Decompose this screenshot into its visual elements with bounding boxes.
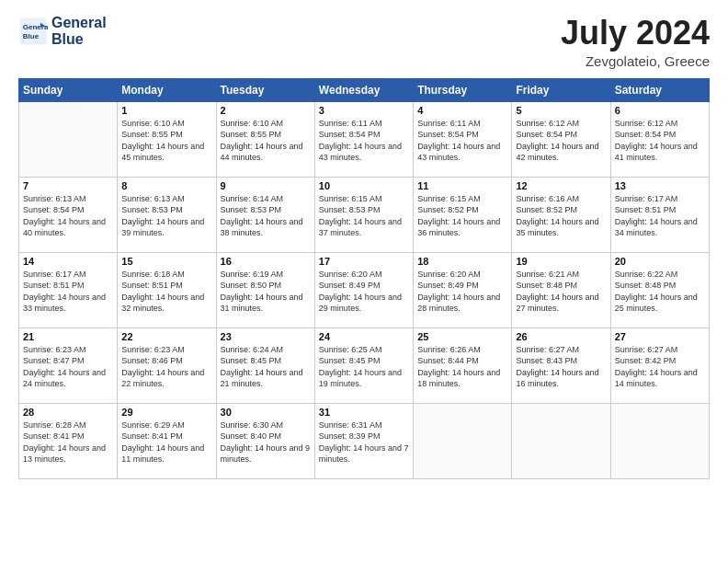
day-number: 15	[121, 256, 211, 267]
day-cell: 17 Sunrise: 6:20 AMSunset: 8:49 PMDaylig…	[314, 252, 413, 327]
logo-text: General Blue	[51, 15, 107, 47]
day-cell: 21 Sunrise: 6:23 AMSunset: 8:47 PMDaylig…	[19, 327, 118, 403]
day-number: 23	[221, 331, 311, 342]
day-number: 12	[516, 180, 606, 191]
day-info: Sunrise: 6:17 AMSunset: 8:51 PMDaylight:…	[23, 269, 113, 315]
day-info: Sunrise: 6:10 AMSunset: 8:55 PMDaylight:…	[121, 118, 211, 164]
day-number: 21	[23, 331, 113, 342]
day-info: Sunrise: 6:17 AMSunset: 8:51 PMDaylight:…	[615, 193, 705, 239]
day-number: 16	[221, 256, 311, 267]
week-row-2: 7 Sunrise: 6:13 AMSunset: 8:54 PMDayligh…	[19, 177, 710, 252]
day-info: Sunrise: 6:11 AMSunset: 8:54 PMDaylight:…	[417, 118, 507, 164]
day-info: Sunrise: 6:20 AMSunset: 8:49 PMDaylight:…	[417, 269, 507, 315]
day-cell: 12 Sunrise: 6:16 AMSunset: 8:52 PMDaylig…	[512, 177, 610, 252]
day-info: Sunrise: 6:28 AMSunset: 8:41 PMDaylight:…	[23, 419, 113, 465]
col-monday: Monday	[118, 78, 216, 101]
day-info: Sunrise: 6:27 AMSunset: 8:42 PMDaylight:…	[615, 344, 705, 390]
day-number: 13	[615, 180, 705, 191]
day-number: 22	[121, 331, 211, 342]
day-cell: 31 Sunrise: 6:31 AMSunset: 8:39 PMDaylig…	[314, 403, 413, 478]
day-cell: 20 Sunrise: 6:22 AMSunset: 8:48 PMDaylig…	[610, 252, 709, 327]
title-area: July 2024 Zevgolateio, Greece	[561, 15, 710, 69]
day-cell: 13 Sunrise: 6:17 AMSunset: 8:51 PMDaylig…	[610, 177, 709, 252]
day-number: 9	[221, 180, 311, 191]
day-cell: 9 Sunrise: 6:14 AMSunset: 8:53 PMDayligh…	[216, 177, 314, 252]
day-cell: 5 Sunrise: 6:12 AMSunset: 8:54 PMDayligh…	[512, 101, 610, 177]
day-info: Sunrise: 6:12 AMSunset: 8:54 PMDaylight:…	[516, 118, 606, 164]
day-info: Sunrise: 6:13 AMSunset: 8:54 PMDaylight:…	[23, 193, 113, 239]
day-cell: 11 Sunrise: 6:15 AMSunset: 8:52 PMDaylig…	[414, 177, 512, 252]
day-number: 7	[23, 180, 113, 191]
col-friday: Friday	[512, 78, 610, 101]
day-info: Sunrise: 6:12 AMSunset: 8:54 PMDaylight:…	[615, 118, 705, 164]
day-info: Sunrise: 6:25 AMSunset: 8:45 PMDaylight:…	[319, 344, 409, 390]
day-number: 31	[319, 407, 409, 418]
day-info: Sunrise: 6:30 AMSunset: 8:40 PMDaylight:…	[221, 419, 311, 465]
day-cell: 23 Sunrise: 6:24 AMSunset: 8:45 PMDaylig…	[216, 327, 314, 403]
day-cell: 25 Sunrise: 6:26 AMSunset: 8:44 PMDaylig…	[414, 327, 512, 403]
day-number: 25	[417, 331, 507, 342]
day-info: Sunrise: 6:24 AMSunset: 8:45 PMDaylight:…	[221, 344, 311, 390]
day-number: 14	[23, 256, 113, 267]
day-info: Sunrise: 6:31 AMSunset: 8:39 PMDaylight:…	[319, 419, 409, 465]
day-cell: 28 Sunrise: 6:28 AMSunset: 8:41 PMDaylig…	[19, 403, 118, 478]
day-cell: 4 Sunrise: 6:11 AMSunset: 8:54 PMDayligh…	[414, 101, 512, 177]
calendar-table: Sunday Monday Tuesday Wednesday Thursday…	[18, 78, 710, 479]
day-number: 20	[615, 256, 705, 267]
day-number: 19	[516, 256, 606, 267]
day-number: 1	[121, 105, 211, 116]
day-cell	[19, 101, 118, 177]
day-cell: 16 Sunrise: 6:19 AMSunset: 8:50 PMDaylig…	[216, 252, 314, 327]
day-number: 24	[319, 331, 409, 342]
day-cell: 15 Sunrise: 6:18 AMSunset: 8:51 PMDaylig…	[118, 252, 216, 327]
week-row-3: 14 Sunrise: 6:17 AMSunset: 8:51 PMDaylig…	[19, 252, 710, 327]
day-number: 10	[319, 180, 409, 191]
day-cell: 7 Sunrise: 6:13 AMSunset: 8:54 PMDayligh…	[19, 177, 118, 252]
page: General Blue General Blue July 2024 Zevg…	[0, 0, 728, 563]
day-info: Sunrise: 6:19 AMSunset: 8:50 PMDaylight:…	[221, 269, 311, 315]
day-number: 8	[121, 180, 211, 191]
day-info: Sunrise: 6:18 AMSunset: 8:51 PMDaylight:…	[121, 269, 211, 315]
day-number: 27	[615, 331, 705, 342]
day-info: Sunrise: 6:15 AMSunset: 8:52 PMDaylight:…	[417, 193, 507, 239]
day-number: 18	[417, 256, 507, 267]
day-cell: 2 Sunrise: 6:10 AMSunset: 8:55 PMDayligh…	[216, 101, 314, 177]
day-cell: 8 Sunrise: 6:13 AMSunset: 8:53 PMDayligh…	[118, 177, 216, 252]
day-cell	[610, 403, 709, 478]
col-sunday: Sunday	[19, 78, 118, 101]
day-cell	[414, 403, 512, 478]
day-cell: 10 Sunrise: 6:15 AMSunset: 8:53 PMDaylig…	[314, 177, 413, 252]
day-cell: 27 Sunrise: 6:27 AMSunset: 8:42 PMDaylig…	[610, 327, 709, 403]
header: General Blue General Blue July 2024 Zevg…	[18, 15, 710, 69]
day-number: 30	[221, 407, 311, 418]
day-cell	[512, 403, 610, 478]
day-number: 26	[516, 331, 606, 342]
day-number: 29	[121, 407, 211, 418]
day-number: 11	[417, 180, 507, 191]
day-number: 4	[417, 105, 507, 116]
day-cell: 29 Sunrise: 6:29 AMSunset: 8:41 PMDaylig…	[118, 403, 216, 478]
day-info: Sunrise: 6:13 AMSunset: 8:53 PMDaylight:…	[121, 193, 211, 239]
logo-icon: General Blue	[18, 17, 48, 46]
day-number: 28	[23, 407, 113, 418]
day-cell: 22 Sunrise: 6:23 AMSunset: 8:46 PMDaylig…	[118, 327, 216, 403]
day-cell: 1 Sunrise: 6:10 AMSunset: 8:55 PMDayligh…	[118, 101, 216, 177]
week-row-1: 1 Sunrise: 6:10 AMSunset: 8:55 PMDayligh…	[19, 101, 710, 177]
day-number: 6	[615, 105, 705, 116]
day-info: Sunrise: 6:29 AMSunset: 8:41 PMDaylight:…	[121, 419, 211, 465]
svg-text:General: General	[23, 23, 48, 31]
day-cell: 18 Sunrise: 6:20 AMSunset: 8:49 PMDaylig…	[414, 252, 512, 327]
day-info: Sunrise: 6:20 AMSunset: 8:49 PMDaylight:…	[319, 269, 409, 315]
day-info: Sunrise: 6:23 AMSunset: 8:47 PMDaylight:…	[23, 344, 113, 390]
day-cell: 24 Sunrise: 6:25 AMSunset: 8:45 PMDaylig…	[314, 327, 413, 403]
day-info: Sunrise: 6:21 AMSunset: 8:48 PMDaylight:…	[516, 269, 606, 315]
day-number: 3	[319, 105, 409, 116]
day-number: 2	[221, 105, 311, 116]
day-cell: 19 Sunrise: 6:21 AMSunset: 8:48 PMDaylig…	[512, 252, 610, 327]
month-title: July 2024	[561, 15, 710, 52]
day-number: 5	[516, 105, 606, 116]
col-tuesday: Tuesday	[216, 78, 314, 101]
day-info: Sunrise: 6:23 AMSunset: 8:46 PMDaylight:…	[121, 344, 211, 390]
day-info: Sunrise: 6:22 AMSunset: 8:48 PMDaylight:…	[615, 269, 705, 315]
col-thursday: Thursday	[414, 78, 512, 101]
